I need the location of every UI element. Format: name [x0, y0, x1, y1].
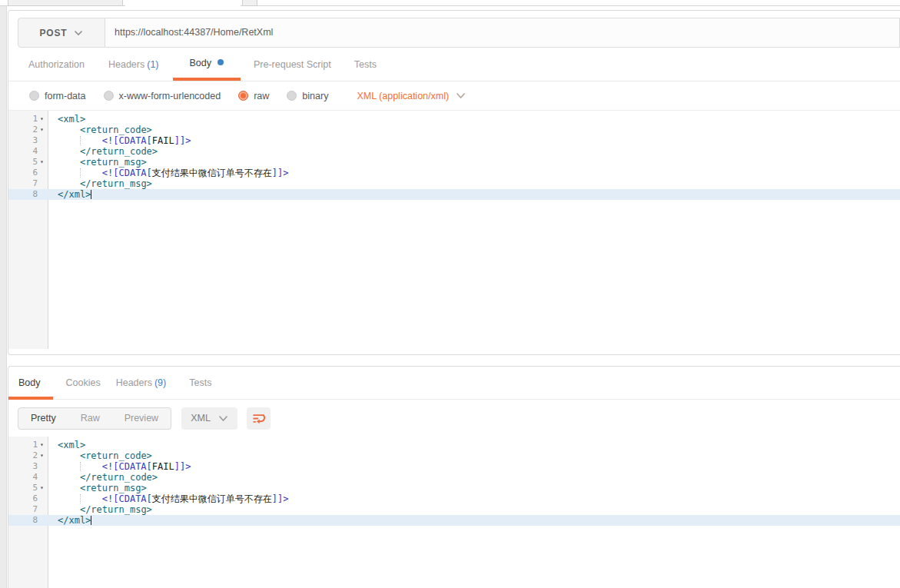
- response-tab-body[interactable]: Body: [18, 367, 41, 399]
- tab-tests[interactable]: Tests: [354, 48, 377, 81]
- line-number: 5▾: [8, 157, 48, 168]
- code-text: <xml>: [48, 114, 85, 125]
- code-text: <![CDATA[支付结果中微信订单号不存在]]>: [48, 493, 289, 504]
- code-line[interactable]: 7 </return_msg>: [8, 178, 900, 189]
- fold-arrow-icon[interactable]: ▾: [38, 440, 46, 450]
- line-number: 4: [8, 146, 48, 157]
- code-line[interactable]: 6 <![CDATA[支付结果中微信订单号不存在]]>: [8, 168, 900, 178]
- active-tab-underline: [8, 397, 53, 400]
- code-text: <return_msg>: [48, 157, 147, 168]
- fold-arrow-icon[interactable]: ▾: [38, 157, 46, 168]
- code-text: </return_msg>: [48, 178, 152, 189]
- request-body-editor[interactable]: 1▾<xml>2▾ <return_code>3 <![CDATA[FAIL]]…: [8, 111, 900, 349]
- mode-raw[interactable]: raw: [238, 91, 269, 101]
- preview-button[interactable]: Preview: [112, 408, 171, 429]
- workspace-tab-bar: [0, 0, 900, 6]
- raw-button[interactable]: Raw: [68, 408, 112, 429]
- url-control: POST https://localhost:44387/Home/RetXml: [18, 18, 900, 48]
- code-line[interactable]: 2▾ <return_code>: [8, 450, 900, 461]
- headers-count-badge: (1): [147, 59, 158, 70]
- fold-arrow-icon[interactable]: ▾: [38, 114, 46, 125]
- code-text: </return_msg>: [48, 504, 152, 515]
- response-view-row: Pretty Raw Preview XML: [8, 400, 900, 437]
- line-number: 2▾: [8, 450, 48, 461]
- method-selector[interactable]: POST: [18, 18, 105, 48]
- response-tabs: Body Cookies Headers(9) Tests: [8, 367, 900, 400]
- code-line[interactable]: 4 </return_code>: [8, 472, 900, 483]
- code-line[interactable]: 8</xml>: [8, 515, 900, 526]
- response-body-editor[interactable]: 1▾<xml>2▾ <return_code>3 <![CDATA[FAIL]]…: [8, 437, 900, 588]
- code-line[interactable]: 5▾ <return_msg>: [8, 483, 900, 493]
- fold-arrow-icon[interactable]: ▾: [38, 483, 46, 493]
- code-lines: 1▾<xml>2▾ <return_code>3 <![CDATA[FAIL]]…: [8, 111, 900, 200]
- code-line[interactable]: 5▾ <return_msg>: [8, 157, 900, 168]
- chevron-down-icon: [74, 30, 83, 36]
- code-line[interactable]: 1▾<xml>: [8, 440, 900, 450]
- mode-form-data[interactable]: form-data: [29, 91, 86, 101]
- code-text: <return_msg>: [48, 483, 147, 493]
- response-tab-headers[interactable]: Headers(9): [116, 367, 167, 399]
- mode-urlencoded[interactable]: x-www-form-urlencoded: [104, 91, 221, 101]
- code-line[interactable]: 2▾ <return_code>: [8, 125, 900, 135]
- chevron-down-icon: [218, 415, 228, 422]
- code-text: <![CDATA[FAIL]]>: [48, 461, 191, 472]
- response-panel: Body Cookies Headers(9) Tests Pretty Raw…: [8, 366, 900, 588]
- line-number: 7: [8, 504, 48, 515]
- response-language-selector[interactable]: XML: [181, 407, 237, 430]
- wrap-text-icon: [251, 411, 266, 426]
- line-number: 5▾: [8, 483, 48, 493]
- code-line[interactable]: 8</xml>: [8, 189, 900, 200]
- mode-binary[interactable]: binary: [287, 91, 328, 101]
- code-line[interactable]: 7 </return_msg>: [8, 504, 900, 515]
- code-line[interactable]: 4 </return_code>: [8, 146, 900, 157]
- body-indicator-dot: [218, 59, 224, 65]
- body-mode-row: form-data x-www-form-urlencoded raw bina…: [8, 81, 900, 111]
- response-tab-cookies[interactable]: Cookies: [66, 367, 101, 399]
- tab-headers[interactable]: Headers(1): [108, 48, 159, 81]
- view-mode-group: Pretty Raw Preview: [18, 407, 171, 430]
- radio-selected-icon: [238, 91, 248, 101]
- line-number: 6: [8, 493, 48, 504]
- code-line[interactable]: 1▾<xml>: [8, 114, 900, 125]
- radio-icon: [104, 91, 114, 101]
- line-number: 3: [8, 135, 48, 146]
- response-headers-count-badge: (9): [154, 377, 166, 388]
- code-text: <return_code>: [48, 125, 152, 135]
- radio-icon: [287, 91, 297, 101]
- code-line[interactable]: 3 <![CDATA[FAIL]]>: [8, 461, 900, 472]
- code-text: </return_code>: [48, 472, 158, 483]
- radio-icon: [29, 91, 39, 101]
- line-number: 4: [8, 472, 48, 483]
- line-number: 7: [8, 178, 48, 189]
- pretty-button[interactable]: Pretty: [18, 408, 68, 429]
- code-line[interactable]: 6 <![CDATA[支付结果中微信订单号不存在]]>: [8, 493, 900, 504]
- text-cursor: [91, 190, 91, 199]
- code-text: </xml>: [48, 515, 91, 526]
- code-text: </return_code>: [48, 146, 158, 157]
- line-number: 2▾: [8, 125, 48, 135]
- sidebar-edge: [0, 6, 7, 588]
- content-type-selector[interactable]: XML (application/xml): [357, 91, 466, 101]
- request-tab-inactive[interactable]: [8, 0, 123, 6]
- wrap-text-button[interactable]: [247, 407, 271, 430]
- code-text: </xml>: [48, 189, 91, 200]
- new-tab-button[interactable]: [242, 0, 257, 6]
- url-input[interactable]: https://localhost:44387/Home/RetXml: [105, 18, 900, 48]
- url-row: POST https://localhost:44387/Home/RetXml: [8, 11, 900, 48]
- method-label: POST: [40, 28, 68, 38]
- line-number: 8: [8, 189, 48, 200]
- fold-arrow-icon[interactable]: ▾: [38, 450, 46, 461]
- fold-arrow-icon[interactable]: ▾: [38, 125, 46, 135]
- code-line[interactable]: 3 <![CDATA[FAIL]]>: [8, 135, 900, 146]
- tab-body[interactable]: Body: [173, 48, 241, 81]
- text-cursor: [91, 516, 91, 525]
- code-text: <![CDATA[FAIL]]>: [48, 135, 191, 146]
- response-tab-tests[interactable]: Tests: [189, 367, 211, 399]
- request-panel: POST https://localhost:44387/Home/RetXml…: [8, 10, 900, 355]
- code-text: <return_code>: [48, 450, 152, 461]
- tab-authorization[interactable]: Authorization: [28, 48, 85, 81]
- line-number: 1▾: [8, 440, 48, 450]
- tab-pre-request-script[interactable]: Pre-request Script: [254, 48, 331, 81]
- code-lines: 1▾<xml>2▾ <return_code>3 <![CDATA[FAIL]]…: [8, 437, 900, 526]
- chevron-down-icon: [456, 92, 466, 99]
